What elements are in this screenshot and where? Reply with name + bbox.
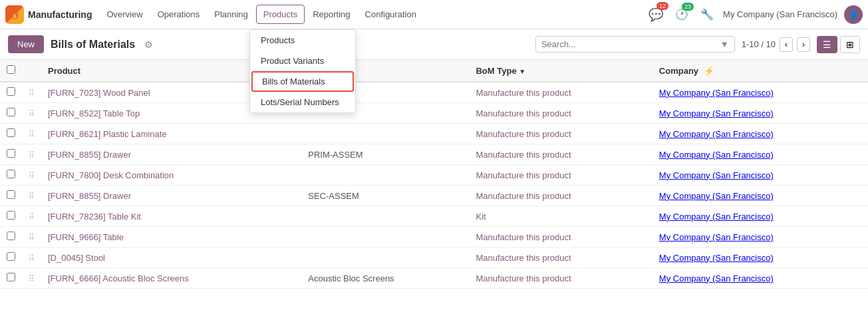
drag-handle-8[interactable]: ⠿: [22, 248, 41, 268]
company-cell-1[interactable]: My Company (San Francisco): [652, 103, 868, 124]
product-link-0[interactable]: [FURN_7023] Wood Panel: [48, 88, 150, 98]
row-checkbox-9[interactable]: [0, 268, 22, 289]
list-view-button[interactable]: ☰: [817, 36, 837, 53]
product-cell-5[interactable]: [FURN_8855] Drawer: [41, 186, 301, 206]
search-dropdown-arrow[interactable]: ▼: [720, 39, 729, 49]
product-cell-9[interactable]: [FURN_6666] Acoustic Bloc Screens: [41, 268, 301, 289]
company-cell-9[interactable]: My Company (San Francisco): [652, 268, 868, 289]
drag-handle-4[interactable]: ⠿: [22, 165, 41, 186]
dropdown-item-0[interactable]: Products: [250, 30, 355, 51]
product-link-9[interactable]: [FURN_6666] Acoustic Bloc Screens: [48, 273, 189, 283]
product-link-5[interactable]: [FURN_8855] Drawer: [48, 191, 131, 201]
company-link-0[interactable]: My Company (San Francisco): [659, 88, 774, 98]
company-link-7[interactable]: My Company (San Francisco): [659, 232, 774, 242]
drag-handle-9[interactable]: ⠿: [22, 268, 41, 289]
product-cell-2[interactable]: [FURN_8621] Plastic Laminate: [41, 124, 301, 144]
new-button[interactable]: New: [8, 35, 44, 53]
products-dropdown[interactable]: ProductsProduct VariantsBills of Materia…: [249, 29, 356, 113]
chat-button[interactable]: 💬 12: [646, 5, 666, 25]
company-link-6[interactable]: My Company (San Francisco): [659, 212, 774, 222]
dropdown-item-2[interactable]: Bills of Materials: [251, 71, 354, 92]
company-link-5[interactable]: My Company (San Francisco): [659, 191, 774, 201]
company-cell-2[interactable]: My Company (San Francisco): [652, 124, 868, 144]
drag-handle-1[interactable]: ⠿: [22, 103, 41, 124]
bomref-cell-5: SEC-ASSEM: [301, 186, 469, 206]
company-link-3[interactable]: My Company (San Francisco): [659, 150, 774, 160]
company-cell-5[interactable]: My Company (San Francisco): [652, 186, 868, 206]
company-link-1[interactable]: My Company (San Francisco): [659, 108, 774, 118]
row-checkbox-2[interactable]: [0, 124, 22, 144]
nav-overview[interactable]: Overview: [100, 5, 149, 23]
drag-handle-2[interactable]: ⠿: [22, 124, 41, 144]
row-checkbox-8[interactable]: [0, 248, 22, 268]
row-checkbox-5[interactable]: [0, 186, 22, 206]
product-cell-4[interactable]: [FURN_7800] Desk Combination: [41, 165, 301, 186]
bomtype-cell-7: Manufacture this product: [469, 227, 652, 248]
drag-handle-6[interactable]: ⠿: [22, 206, 41, 227]
company-filter-icon[interactable]: ⚡: [704, 66, 714, 76]
nav-operations[interactable]: Operations: [151, 5, 207, 23]
drag-handle-7[interactable]: ⠿: [22, 227, 41, 248]
bomtype-cell-3: Manufacture this product: [469, 144, 652, 165]
nav-products[interactable]: Products: [256, 5, 305, 24]
company-cell-6[interactable]: My Company (San Francisco): [652, 206, 868, 227]
drag-handle-5[interactable]: ⠿: [22, 186, 41, 206]
wrench-button[interactable]: 🔧: [698, 5, 716, 23]
search-input[interactable]: [541, 39, 715, 49]
company-cell-4[interactable]: My Company (San Francisco): [652, 165, 868, 186]
bomtype-cell-9: Manufacture this product: [469, 268, 652, 289]
app-logo[interactable]: Manufacturing: [5, 5, 92, 24]
product-link-1[interactable]: [FURN_8522] Table Top: [48, 108, 140, 118]
company-cell-8[interactable]: My Company (San Francisco): [652, 248, 868, 268]
col-company-header[interactable]: Company ⚡: [652, 60, 868, 82]
product-link-8[interactable]: [D_0045] Stool: [48, 253, 105, 263]
nav-reporting[interactable]: Reporting: [306, 5, 357, 23]
company-link-8[interactable]: My Company (San Francisco): [659, 253, 774, 263]
checkbox-all[interactable]: [7, 65, 15, 74]
product-link-3[interactable]: [FURN_8855] Drawer: [48, 150, 131, 160]
chat-badge: 12: [656, 2, 668, 10]
company-link-4[interactable]: My Company (San Francisco): [659, 170, 774, 180]
row-checkbox-0[interactable]: [0, 82, 22, 103]
next-page-button[interactable]: ›: [797, 37, 810, 52]
nav-planning[interactable]: Planning: [208, 5, 255, 23]
prev-page-button[interactable]: ‹: [780, 37, 793, 52]
nav-configuration[interactable]: Configuration: [359, 5, 423, 23]
bom-type-sort-icon[interactable]: ▼: [519, 68, 525, 75]
company-link-2[interactable]: My Company (San Francisco): [659, 129, 774, 139]
dropdown-item-3[interactable]: Lots/Serial Numbers: [250, 92, 355, 112]
product-link-2[interactable]: [FURN_8621] Plastic Laminate: [48, 129, 166, 139]
product-cell-3[interactable]: [FURN_8855] Drawer: [41, 144, 301, 165]
table-row: ⠿ [FURN_8855] Drawer PRIM-ASSEM Manufact…: [0, 144, 868, 165]
product-link-7[interactable]: [FURN_9666] Table: [48, 232, 124, 242]
select-all-checkbox[interactable]: [0, 60, 22, 82]
kanban-view-button[interactable]: ⊞: [840, 36, 860, 53]
product-cell-7[interactable]: [FURN_9666] Table: [41, 227, 301, 248]
product-cell-8[interactable]: [D_0045] Stool: [41, 248, 301, 268]
product-link-4[interactable]: [FURN_7800] Desk Combination: [48, 170, 174, 180]
table-row: ⠿ [FURN_8621] Plastic Laminate Manufactu…: [0, 124, 868, 144]
row-checkbox-6[interactable]: [0, 206, 22, 227]
dropdown-item-1[interactable]: Product Variants: [250, 51, 355, 71]
drag-handle-0[interactable]: ⠿: [22, 82, 41, 103]
company-link-9[interactable]: My Company (San Francisco): [659, 273, 774, 283]
col-bomtype-header[interactable]: BoM Type ▼: [469, 60, 652, 82]
company-cell-7[interactable]: My Company (San Francisco): [652, 227, 868, 248]
nav-right: 💬 12 🕐 23 🔧 My Company (San Francisco) 👤: [646, 5, 863, 25]
product-link-6[interactable]: [FURN_78236] Table Kit: [48, 212, 141, 222]
product-cell-6[interactable]: [FURN_78236] Table Kit: [41, 206, 301, 227]
company-cell-0[interactable]: My Company (San Francisco): [652, 82, 868, 103]
row-checkbox-3[interactable]: [0, 144, 22, 165]
drag-handle-3[interactable]: ⠿: [22, 144, 41, 165]
bomref-cell-9: Acoustic Bloc Screens: [301, 268, 469, 289]
drag-handle-icon: ⠿: [29, 109, 35, 118]
row-checkbox-7[interactable]: [0, 227, 22, 248]
top-nav: Manufacturing Overview Operations Planni…: [0, 0, 868, 29]
row-checkbox-4[interactable]: [0, 165, 22, 186]
settings-icon[interactable]: ⚙: [144, 39, 153, 50]
clock-button[interactable]: 🕐 23: [672, 5, 691, 23]
user-avatar[interactable]: 👤: [844, 5, 863, 24]
company-cell-3[interactable]: My Company (San Francisco): [652, 144, 868, 165]
row-checkbox-1[interactable]: [0, 103, 22, 124]
table-row: ⠿ [FURN_7800] Desk Combination Manufactu…: [0, 165, 868, 186]
